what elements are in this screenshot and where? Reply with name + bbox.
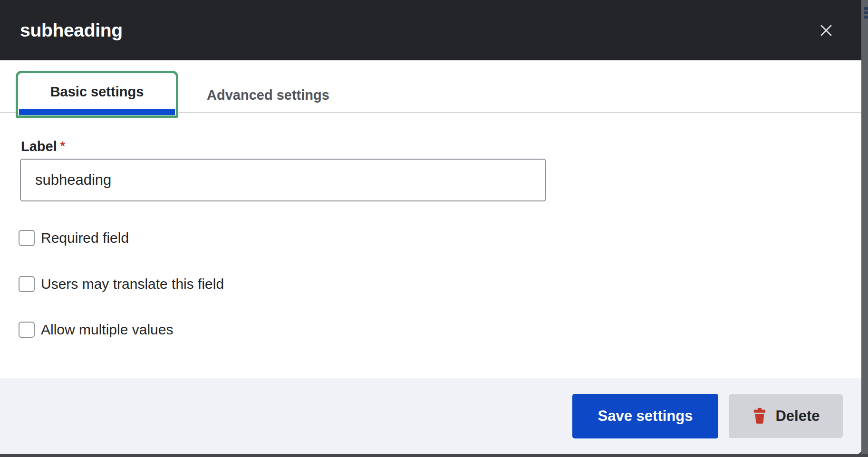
delete-button-label: Delete: [775, 408, 820, 425]
required-field-checkbox[interactable]: [19, 230, 35, 246]
checkbox-label[interactable]: Required field: [41, 230, 129, 246]
required-asterisk: *: [60, 139, 65, 152]
trash-icon: [752, 408, 768, 425]
background-text-line: [864, 16, 868, 19]
delete-button[interactable]: Delete: [729, 394, 843, 438]
label-field-caption: Label *: [21, 139, 65, 154]
users-may-translate-checkbox[interactable]: [19, 276, 35, 292]
background-text-line: [864, 11, 868, 14]
dialog-title: subheading: [20, 20, 123, 41]
checkbox-row-allow-multiple-values[interactable]: Allow multiple values: [19, 322, 173, 338]
dialog-header: subheading: [0, 0, 861, 60]
tab-label: Basic settings: [50, 84, 144, 100]
background-text-line: [864, 7, 868, 10]
close-button[interactable]: [815, 19, 837, 41]
dialog-footer: Save settings Delete: [0, 378, 861, 454]
label-field-text: Label: [21, 139, 57, 154]
field-settings-dialog: subheading Basic settings Advanced setti…: [0, 0, 861, 454]
allow-multiple-values-checkbox[interactable]: [19, 322, 35, 338]
checkbox-row-users-may-translate[interactable]: Users may translate this field: [19, 276, 224, 292]
checkbox-label[interactable]: Allow multiple values: [41, 322, 173, 338]
dimmed-background-strip: [861, 0, 868, 454]
tab-label: Advanced settings: [207, 87, 329, 103]
tab-basic-settings[interactable]: Basic settings: [16, 71, 178, 118]
checkbox-label[interactable]: Users may translate this field: [41, 276, 224, 292]
tab-advanced-settings[interactable]: Advanced settings: [207, 76, 329, 114]
label-input[interactable]: [20, 159, 546, 201]
checkbox-row-required-field[interactable]: Required field: [19, 230, 129, 246]
close-icon: [819, 23, 834, 38]
save-settings-button[interactable]: Save settings: [572, 394, 718, 438]
